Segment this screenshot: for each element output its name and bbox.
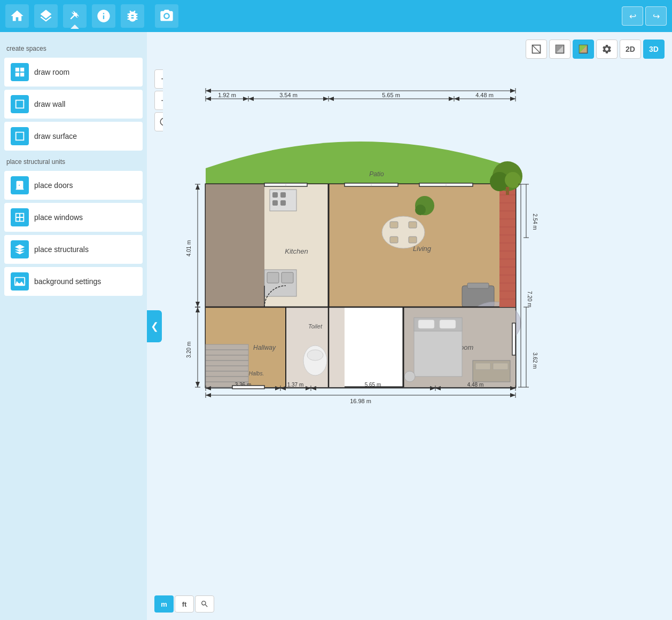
svg-text:Halbs.: Halbs. (249, 371, 264, 376)
svg-rect-53 (409, 222, 417, 228)
info-tool-btn[interactable] (92, 4, 115, 28)
place-doors-btn[interactable]: place doors (4, 171, 143, 200)
svg-rect-44 (272, 200, 278, 206)
draw-room-btn[interactable]: draw room (4, 58, 143, 87)
svg-text:Patio: Patio (369, 170, 384, 178)
place-structurals-icon (11, 240, 29, 258)
background-settings-btn[interactable]: background settings (4, 267, 143, 296)
camera-section (155, 4, 178, 28)
shade-btn[interactable] (549, 40, 571, 59)
place-windows-btn[interactable]: place windows (4, 203, 143, 232)
main-layout: create spaces draw room draw wall draw s… (0, 32, 672, 620)
svg-point-51 (382, 216, 425, 248)
svg-rect-55 (409, 237, 417, 243)
draw-surface-btn[interactable]: draw surface (4, 122, 143, 151)
undo-button[interactable]: ↩ (622, 6, 643, 26)
undo-redo-group: ↩ ↪ (622, 6, 667, 26)
svg-text:Toilet: Toilet (308, 323, 323, 329)
tool-icons (5, 4, 144, 28)
svg-text:1.92 m: 1.92 m (218, 92, 236, 98)
place-windows-icon (11, 208, 29, 226)
svg-text:4.48 m: 4.48 m (475, 92, 494, 98)
draw-room-icon (11, 63, 29, 81)
svg-rect-175 (232, 386, 264, 389)
sidebar-collapse-tab[interactable]: ❮ (147, 310, 162, 342)
camera-btn[interactable] (155, 4, 178, 28)
svg-rect-54 (390, 237, 398, 243)
svg-point-90 (307, 350, 323, 360)
svg-text:Hallway: Hallway (253, 344, 276, 351)
svg-rect-70 (418, 320, 434, 328)
svg-text:5.65 m: 5.65 m (382, 92, 400, 98)
settings-view-btn[interactable] (596, 40, 618, 59)
svg-text:Living: Living (413, 245, 432, 253)
furniture-tool-btn[interactable] (121, 4, 144, 28)
svg-rect-59 (467, 283, 489, 288)
svg-text:Kitchen: Kitchen (285, 247, 308, 255)
place-structurals-btn[interactable]: place structurals (4, 235, 143, 264)
2d-btn[interactable]: 2D (620, 40, 641, 59)
redo-button[interactable]: ↪ (645, 6, 667, 26)
svg-line-1 (533, 45, 541, 53)
layers-tool-btn[interactable] (34, 4, 58, 28)
svg-rect-71 (440, 320, 456, 328)
view-controls: 2D 3D (526, 40, 665, 59)
svg-rect-73 (475, 363, 490, 370)
svg-text:2.54 m: 2.54 m (532, 214, 538, 230)
svg-text:7.20 m: 7.20 m (527, 291, 533, 308)
draw-wall-icon (11, 95, 29, 113)
unit-m-btn[interactable]: m (154, 595, 174, 613)
color-btn[interactable] (573, 40, 594, 59)
svg-rect-38 (206, 184, 264, 307)
svg-point-114 (505, 172, 521, 188)
svg-text:16.98 m: 16.98 m (350, 398, 371, 404)
unit-ft-btn[interactable]: ft (175, 595, 194, 613)
3d-btn[interactable]: 3D (643, 40, 665, 59)
floor-plan-area[interactable]: 1.92 m 3.54 m 5.65 m 4.48 m (163, 61, 558, 457)
draw-wall-btn[interactable]: draw wall (4, 90, 143, 119)
svg-point-75 (404, 371, 415, 382)
place-doors-icon (11, 176, 29, 194)
draw-surface-icon (11, 127, 29, 145)
bottom-bar: m ft (154, 595, 214, 613)
build-tool-btn[interactable] (63, 4, 87, 28)
canvas-area[interactable]: 2D 3D + − (147, 32, 672, 620)
structural-label: place structural units (6, 158, 143, 166)
svg-rect-45 (280, 200, 286, 206)
sidebar: create spaces draw room draw wall draw s… (0, 32, 147, 620)
svg-text:5.65 m: 5.65 m (365, 382, 381, 388)
svg-text:4.48 m: 4.48 m (467, 382, 484, 388)
svg-text:3.20 m: 3.20 m (186, 342, 192, 358)
create-spaces-label: create spaces (6, 45, 143, 52)
svg-rect-35 (206, 168, 515, 184)
top-toolbar: ↩ ↪ (0, 0, 672, 32)
svg-rect-48 (282, 272, 293, 283)
svg-rect-174 (512, 323, 515, 355)
wireframe-btn[interactable] (526, 40, 547, 59)
svg-rect-97 (499, 184, 515, 307)
zoom-search-btn[interactable] (195, 595, 214, 613)
home-tool-btn[interactable] (5, 4, 29, 28)
background-settings-icon (11, 272, 29, 291)
svg-text:4.01 m: 4.01 m (186, 240, 192, 257)
svg-rect-115 (506, 187, 509, 195)
svg-rect-42 (272, 192, 278, 198)
svg-rect-52 (390, 222, 398, 228)
svg-text:3.62 m: 3.62 m (532, 352, 538, 369)
svg-text:3.54 m: 3.54 m (279, 92, 298, 98)
svg-rect-43 (280, 192, 286, 198)
svg-text:1.37 m: 1.37 m (287, 382, 304, 388)
svg-point-57 (415, 205, 426, 215)
svg-rect-74 (493, 363, 508, 370)
svg-rect-47 (267, 272, 279, 283)
